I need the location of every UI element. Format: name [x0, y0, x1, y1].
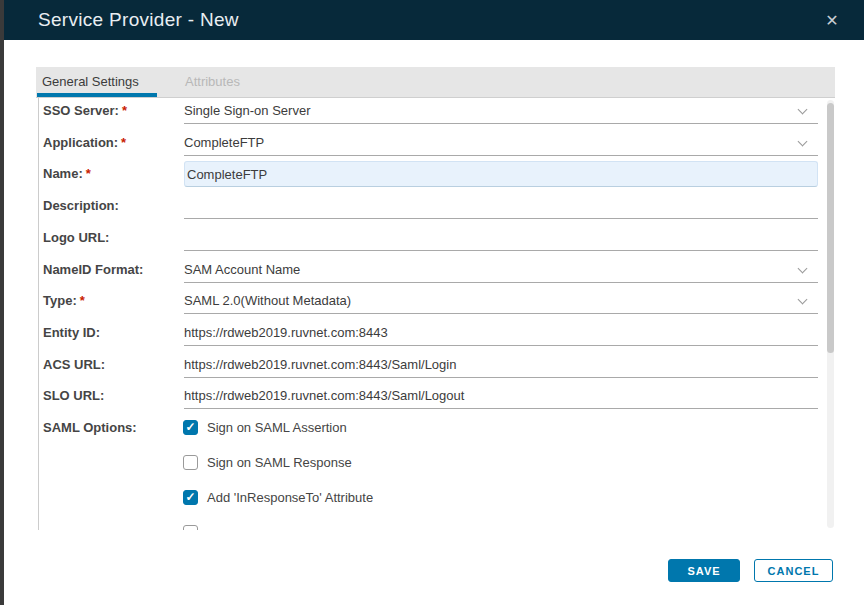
checkbox-label: Add 'InResponseTo' Attribute [207, 490, 373, 506]
checkbox-row-sign-on-saml-assertion[interactable]: Sign on SAML Assertion [183, 420, 347, 438]
checkbox-row-sign-on-saml-response[interactable]: Sign on SAML Response [183, 455, 352, 473]
input-slo-url[interactable]: https://rdweb2019.ruvnet.com:8443/Saml/L… [184, 383, 818, 409]
input-logo-url[interactable] [184, 225, 818, 251]
field-label-entity-id: Entity ID: [43, 320, 181, 345]
checkbox-unchecked-icon[interactable] [183, 525, 198, 530]
field-row-description: Description: [39, 193, 819, 219]
active-tab-indicator [37, 93, 157, 97]
cancel-button[interactable]: CANCEL [754, 559, 833, 582]
field-row-type: Type:*SAML 2.0(Without Metadata) [39, 288, 819, 314]
chevron-down-icon [798, 137, 808, 147]
checkbox-checked-icon[interactable] [183, 420, 198, 435]
field-row-name: Name:*CompleteFTP [39, 161, 819, 187]
dialog-header: Service Provider - New ✕ [4, 0, 864, 40]
saml-options-label: SAML Options: [43, 420, 137, 436]
field-label-type: Type:* [43, 288, 181, 313]
checkbox-checked-icon[interactable] [183, 490, 198, 505]
input-acs-url[interactable]: https://rdweb2019.ruvnet.com:8443/Saml/L… [184, 352, 818, 378]
input-description[interactable] [184, 193, 818, 219]
field-row-entity-id: Entity ID:https://rdweb2019.ruvnet.com:8… [39, 320, 819, 346]
scrollbar-thumb[interactable] [827, 103, 834, 353]
chevron-down-icon [798, 264, 808, 274]
tab-attributes[interactable]: Attributes [185, 67, 240, 97]
required-marker: * [86, 166, 91, 181]
tab-bar: General Settings Attributes [36, 67, 835, 98]
required-marker: * [80, 293, 85, 308]
close-icon[interactable]: ✕ [816, 0, 848, 40]
field-label-name: Name:* [43, 161, 181, 186]
checkbox-unchecked-icon[interactable] [183, 455, 198, 470]
select-sso-server[interactable]: Single Sign-on Server [184, 98, 818, 124]
background-edge [0, 0, 4, 605]
select-application[interactable]: CompleteFTP [184, 130, 818, 156]
dialog-title: Service Provider - New [38, 9, 239, 31]
input-name[interactable]: CompleteFTP [184, 161, 818, 187]
field-label-sso-server: SSO Server:* [43, 98, 181, 123]
field-label-acs-url: ACS URL: [43, 352, 181, 377]
field-label-logo-url: Logo URL: [43, 225, 181, 250]
field-label-application: Application:* [43, 130, 181, 155]
checkbox-label: Sign on SAML Assertion [207, 420, 347, 436]
input-entity-id[interactable]: https://rdweb2019.ruvnet.com:8443 [184, 320, 818, 346]
checkbox-row-add-inresponseto-attribute[interactable]: Add 'InResponseTo' Attribute [183, 490, 373, 508]
field-label-nameid-format: NameID Format: [43, 257, 181, 282]
field-row-application: Application:*CompleteFTP [39, 130, 819, 156]
select-type[interactable]: SAML 2.0(Without Metadata) [184, 288, 818, 314]
required-marker: * [121, 135, 126, 150]
field-label-slo-url: SLO URL: [43, 383, 181, 408]
scrollbar-track[interactable] [827, 100, 834, 528]
checkbox-label: Sign on SAML Response [207, 455, 352, 471]
form-scroll-area: SSO Server:*Single Sign-on ServerApplica… [38, 98, 835, 530]
select-nameid-format[interactable]: SAM Account Name [184, 257, 818, 283]
field-label-description: Description: [43, 193, 181, 218]
required-marker: * [122, 103, 127, 118]
field-row-sso-server: SSO Server:*Single Sign-on Server [39, 98, 819, 124]
checkbox-row-clipped-option[interactable] [183, 525, 198, 530]
field-row-acs-url: ACS URL:https://rdweb2019.ruvnet.com:844… [39, 352, 819, 378]
chevron-down-icon [798, 295, 808, 305]
field-row-slo-url: SLO URL:https://rdweb2019.ruvnet.com:844… [39, 383, 819, 409]
field-row-logo-url: Logo URL: [39, 225, 819, 251]
chevron-down-icon [798, 105, 808, 115]
save-button[interactable]: SAVE [668, 559, 740, 582]
field-row-nameid-format: NameID Format:SAM Account Name [39, 257, 819, 283]
